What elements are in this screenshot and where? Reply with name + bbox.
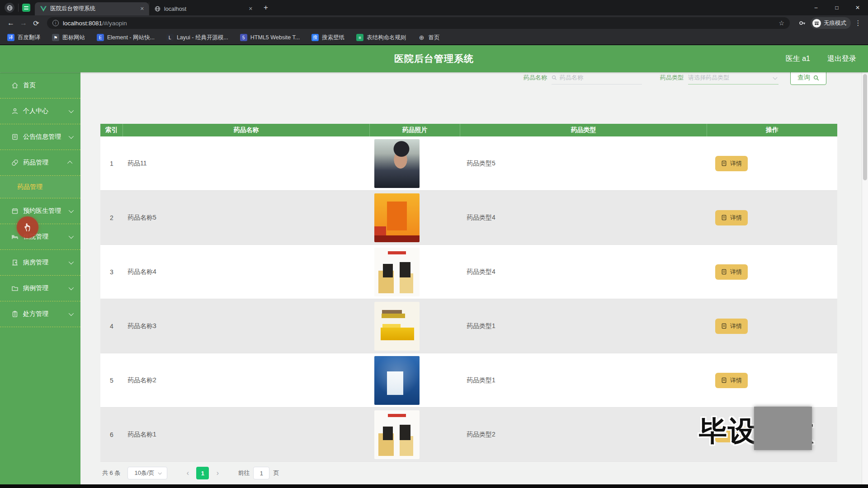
detail-button-label: 详情 (730, 160, 742, 168)
column-header: 药品类型 (460, 124, 707, 136)
incognito-icon (812, 19, 821, 28)
click-highlight-cursor (17, 216, 38, 238)
search-icon (813, 75, 819, 81)
sidebar-item-notice-management[interactable]: 公告信息管理 (0, 124, 80, 150)
bookmark-element[interactable]: EElement - 网站快... (97, 34, 155, 42)
detail-button[interactable]: 详情 (715, 156, 748, 171)
page-title: 医院后台管理系统 (0, 45, 868, 72)
current-page-button[interactable]: 1 (196, 467, 209, 479)
medicine-type-select[interactable]: 请选择药品类型 (688, 72, 778, 84)
row-index: 3 (100, 245, 123, 299)
browser-menu-icon[interactable]: ⋮ (853, 19, 863, 27)
user-icon (11, 108, 19, 115)
new-tab-button[interactable]: + (264, 3, 268, 12)
page-scrollbar[interactable] (862, 72, 868, 484)
sidebar-item-hospitalization[interactable]: 住院管理 (0, 224, 80, 250)
tab-hospital-admin[interactable]: 医院后台管理系统 ✕ (35, 2, 149, 15)
key-icon[interactable] (799, 19, 806, 27)
detail-button-label: 详情 (730, 376, 742, 385)
window-minimize-button[interactable]: – (806, 5, 826, 11)
query-button[interactable]: 查询 (790, 72, 826, 85)
prev-page-button[interactable]: ‹ (181, 469, 194, 477)
bookmark-wallpaper[interactable]: 搜搜索壁纸 (311, 34, 344, 42)
hospital-bed-icon (11, 233, 19, 240)
window-restore-button[interactable]: □ (826, 5, 847, 11)
chevron-down-icon (773, 75, 778, 80)
row-index: 4 (100, 299, 123, 353)
info-icon[interactable]: i (52, 20, 59, 26)
sidebar-item-label: 预约医生管理 (23, 207, 61, 215)
bookmark-homepage[interactable]: ⊕首页 (418, 34, 440, 42)
window-close-button[interactable]: ✕ (847, 5, 868, 11)
chevron-down-icon (69, 259, 74, 264)
column-header: 药品名称 (123, 124, 370, 136)
sidebar-item-doctor-appointment[interactable]: 预约医生管理 (0, 198, 80, 224)
row-medicine-name: 药品名称5 (123, 191, 370, 244)
sidebar-item-personal-center[interactable]: 个人中心 (0, 99, 80, 124)
detail-button[interactable]: 详情 (715, 264, 748, 280)
scrollbar-thumb[interactable] (863, 74, 867, 180)
blur-censor-box (754, 407, 812, 450)
query-button-label: 查询 (797, 74, 810, 82)
goto-page-input[interactable] (253, 467, 269, 479)
row-index: 2 (100, 191, 123, 244)
ward-door-icon (11, 259, 19, 266)
notice-icon (11, 133, 19, 141)
doctor-icon (11, 207, 19, 215)
row-index: 1 (100, 136, 123, 190)
address-bar[interactable]: i localhost:8081 /#/yaopin ☆ (47, 17, 790, 29)
bookmark-star-icon[interactable]: ☆ (778, 19, 784, 27)
clipboard-icon (11, 310, 19, 318)
browser-toolbar: ← → ⟳ i localhost:8081 /#/yaopin ☆ 无痕模式 … (0, 15, 868, 31)
detail-button[interactable]: 详情 (715, 210, 748, 225)
sidebar-item-ward-management[interactable]: 病房管理 (0, 250, 80, 276)
sidebar-item-label: 药品管理 (23, 159, 48, 167)
bookmark-baidu-translate[interactable]: 译百度翻译 (7, 34, 40, 42)
reload-button[interactable]: ⟳ (30, 19, 42, 28)
row-index: 5 (100, 353, 123, 407)
logout-button[interactable]: 退出登录 (827, 54, 856, 64)
favicon: 5 (240, 34, 247, 41)
bottom-letterbox (0, 484, 868, 488)
medicine-photo (374, 410, 420, 459)
sidebar-item-label: 病房管理 (23, 258, 48, 267)
detail-button[interactable]: 详情 (715, 373, 748, 388)
tab-localhost[interactable]: localhost ✕ (149, 2, 257, 15)
globe-icon (7, 5, 13, 11)
document-icon (721, 377, 727, 383)
folder-icon (11, 285, 19, 292)
detail-button-label: 详情 (730, 268, 742, 276)
sidebar-item-prescription-management[interactable]: 处方管理 (0, 301, 80, 327)
forward-button[interactable]: → (17, 19, 30, 27)
back-button[interactable]: ← (5, 19, 17, 27)
chevron-down-icon (69, 234, 74, 239)
tab-close-icon[interactable]: ✕ (140, 6, 144, 12)
column-header: 药品照片 (370, 124, 460, 136)
chevron-up-icon (67, 161, 72, 166)
browser-tab-bar: 医院后台管理系统 ✕ localhost ✕ + – □ ✕ (0, 0, 868, 15)
detail-button[interactable]: 详情 (715, 319, 748, 334)
row-medicine-name: 药品名称1 (123, 408, 370, 461)
tab-close-icon[interactable]: ✕ (249, 6, 253, 12)
next-page-button[interactable]: › (211, 469, 224, 477)
bookmark-icon-site[interactable]: ⚑图标网站 (52, 34, 85, 42)
row-medicine-type: 药品类型5 (460, 136, 707, 190)
bookmark-naming-rules[interactable]: ≡表结构命名规则 (356, 34, 406, 42)
pinned-tab-icon[interactable] (22, 4, 30, 12)
search-icon (552, 75, 557, 80)
medicine-name-input[interactable]: 药品名称 (552, 72, 642, 84)
sidebar-item-home[interactable]: 首页 (0, 73, 80, 99)
bookmark-html5-template[interactable]: 5HTML5 Website T... (240, 34, 300, 41)
page-size-select[interactable]: 10条/页 (127, 467, 167, 479)
sidebar-item-medicine-management[interactable]: 药品管理 (0, 150, 80, 176)
main-content: 药品名称 药品名称 药品类型 请选择药品类型 查询 (80, 72, 868, 484)
medicine-icon (11, 159, 19, 166)
bookmark-layui[interactable]: LLayui - 经典开源模... (166, 34, 228, 42)
row-medicine-name: 药品名称2 (123, 353, 370, 407)
row-medicine-type: 药品类型1 (460, 299, 707, 353)
chevron-down-icon (69, 108, 74, 113)
browser-globe-badge[interactable] (5, 3, 14, 13)
sidebar-subitem-medicine-management[interactable]: 药品管理 (0, 176, 80, 198)
sidebar-item-case-management[interactable]: 病例管理 (0, 276, 80, 301)
hand-cursor-icon (23, 222, 33, 232)
